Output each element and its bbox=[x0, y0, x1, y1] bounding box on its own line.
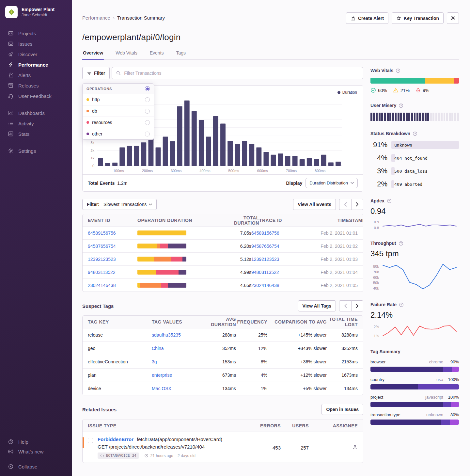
sidebar-item-issues[interactable]: Issues bbox=[0, 39, 72, 49]
status-row: 3% 500 data_loss bbox=[370, 167, 459, 175]
sidebar-item-user-feedback[interactable]: User Feedback bbox=[0, 91, 72, 101]
sidebar-nav: Projects Issues Discover Performance Ale… bbox=[0, 28, 72, 156]
breadcrumb-performance[interactable]: Performance bbox=[82, 15, 110, 21]
tag-value-link[interactable]: China bbox=[152, 346, 201, 351]
tab-tags[interactable]: Tags bbox=[175, 50, 186, 59]
sidebar-item-settings[interactable]: Settings bbox=[0, 146, 72, 156]
question-icon[interactable] bbox=[413, 131, 417, 136]
settings-gear-button[interactable] bbox=[447, 12, 459, 24]
question-icon[interactable] bbox=[399, 241, 403, 246]
display-select[interactable]: Duration Distribution bbox=[306, 178, 358, 188]
sidebar-item-stats[interactable]: Stats bbox=[0, 129, 72, 139]
svg-text:800ms: 800ms bbox=[315, 169, 326, 173]
histogram-bar bbox=[177, 106, 182, 166]
tag-value-link[interactable]: 3g bbox=[152, 359, 201, 364]
tag-distribution-bar bbox=[370, 367, 459, 372]
misery-segment bbox=[381, 113, 383, 121]
db-radio[interactable] bbox=[145, 109, 150, 114]
histogram-bar bbox=[292, 156, 298, 166]
sidebar-item-activity[interactable]: Activity bbox=[0, 118, 72, 129]
search-input[interactable] bbox=[124, 71, 359, 76]
transaction-search[interactable] bbox=[112, 67, 363, 79]
create-alert-button[interactable]: Create Alert bbox=[346, 12, 388, 24]
assignee-button[interactable] bbox=[309, 444, 358, 451]
question-icon[interactable] bbox=[399, 103, 403, 108]
suspect-tag-row: geo China 352ms 12% +343% slower 3352ms bbox=[83, 341, 363, 355]
sidebar-item-projects[interactable]: Projects bbox=[0, 28, 72, 39]
prev-page-button[interactable] bbox=[339, 199, 351, 210]
open-in-issues-button[interactable]: Open in Issues bbox=[321, 404, 363, 415]
question-icon[interactable] bbox=[387, 198, 392, 203]
operation-option-resources[interactable]: resources bbox=[83, 117, 154, 128]
sidebar-item-alerts[interactable]: Alerts bbox=[0, 70, 72, 80]
event-row: 94803113522 4.99s 94803113522 Feb 2, 202… bbox=[83, 265, 363, 278]
col-trace-id: TRACE ID bbox=[259, 218, 307, 223]
next-page-button[interactable] bbox=[351, 199, 363, 210]
view-all-events-button[interactable]: View All Events bbox=[293, 199, 336, 210]
sidebar: Empower Plant Jane Schmidt Projects Issu… bbox=[0, 0, 72, 476]
resources-radio[interactable] bbox=[145, 120, 150, 125]
other-radio[interactable] bbox=[145, 132, 150, 136]
sidebar-collapse-button[interactable]: Collapse bbox=[0, 462, 72, 471]
project-badge[interactable]: BOTANAVOICE-34 bbox=[98, 452, 139, 459]
operations-all-radio[interactable] bbox=[145, 86, 150, 91]
tag-value-link[interactable]: sdaufhu35235 bbox=[152, 332, 201, 338]
sidebar-item-performance[interactable]: Performance bbox=[0, 59, 72, 70]
operation-option-http[interactable]: http bbox=[83, 94, 154, 105]
operation-duration-bar bbox=[137, 244, 186, 248]
tag-value-link[interactable]: Mac OSX bbox=[152, 386, 201, 391]
event-id-link[interactable]: 94803113522 bbox=[88, 270, 137, 275]
sidebar-item-help[interactable]: Help bbox=[0, 437, 72, 447]
status-row: 2% 409 aborted bbox=[370, 180, 459, 188]
event-id-link[interactable]: 12392123523 bbox=[88, 257, 137, 262]
trace-id-link[interactable]: 12392123523 bbox=[251, 257, 300, 262]
issue-age: 21 hours ago – 2 days old bbox=[144, 453, 196, 458]
event-id-link[interactable]: 94587656754 bbox=[88, 244, 137, 249]
op-segment-resources bbox=[160, 244, 168, 248]
tags-pagination bbox=[339, 300, 363, 311]
event-id-link[interactable]: 23024146438 bbox=[88, 283, 137, 288]
prev-page-button[interactable] bbox=[339, 300, 351, 311]
question-icon[interactable] bbox=[396, 68, 400, 73]
operation-option-other[interactable]: other bbox=[83, 128, 154, 139]
question-icon[interactable] bbox=[399, 302, 404, 307]
tag-segment bbox=[452, 367, 459, 372]
issue-type-link[interactable]: ForbiddenError bbox=[98, 436, 133, 442]
stats-icon bbox=[8, 131, 14, 137]
issue-subtitle: GET /projects/direct/backend/releases/v7… bbox=[98, 444, 222, 450]
sidebar-item-dashboards[interactable]: Dashboards bbox=[0, 108, 72, 118]
trace-id-link[interactable]: 23024146438 bbox=[251, 283, 300, 288]
misery-segment bbox=[419, 113, 421, 121]
sidebar-item-whats-new[interactable]: What’s new bbox=[0, 447, 72, 456]
histogram-bar bbox=[192, 111, 197, 166]
org-switcher[interactable]: Empower Plant Jane Schmidt bbox=[0, 6, 72, 18]
operation-option-db[interactable]: db bbox=[83, 105, 154, 117]
histogram-bar bbox=[184, 101, 190, 166]
sidebar-item-discover[interactable]: Discover bbox=[0, 49, 72, 59]
key-transaction-button[interactable]: Key Transaction bbox=[392, 12, 444, 24]
op-segment-http bbox=[137, 244, 157, 248]
issue-checkbox[interactable] bbox=[88, 438, 93, 443]
event-id-link[interactable]: 64589156756 bbox=[88, 230, 137, 236]
op-segment-other bbox=[168, 244, 186, 248]
trace-id-link[interactable]: 94587656754 bbox=[251, 244, 300, 249]
tab-events[interactable]: Events bbox=[149, 50, 164, 59]
trace-id-link[interactable]: 94803113522 bbox=[251, 270, 300, 275]
dashboards-icon bbox=[8, 110, 14, 116]
next-page-button[interactable] bbox=[351, 300, 363, 311]
view-all-tags-button[interactable]: View All Tags bbox=[298, 300, 336, 311]
tag-value-link[interactable]: enterprise bbox=[152, 373, 201, 378]
trace-id-link[interactable]: 64589156756 bbox=[251, 230, 300, 236]
sidebar-item-releases[interactable]: Releases bbox=[0, 80, 72, 91]
operation-duration-bar bbox=[137, 283, 186, 288]
tab-web-vitals[interactable]: Web Vitals bbox=[115, 50, 138, 59]
tab-overview[interactable]: Overview bbox=[82, 50, 104, 59]
histogram-bar bbox=[227, 141, 233, 166]
misery-segment bbox=[427, 113, 429, 121]
filter-button[interactable]: Filter bbox=[82, 67, 110, 79]
slowest-transactions-select[interactable]: Filter: Slowest Transactions bbox=[82, 199, 157, 210]
warning-triangle-icon bbox=[393, 87, 399, 93]
http-radio[interactable] bbox=[145, 97, 150, 102]
svg-text:1%: 1% bbox=[374, 334, 379, 338]
status-breakdown-widget: Status Breakdown 91% unknown 4% 404 not_… bbox=[370, 131, 459, 188]
